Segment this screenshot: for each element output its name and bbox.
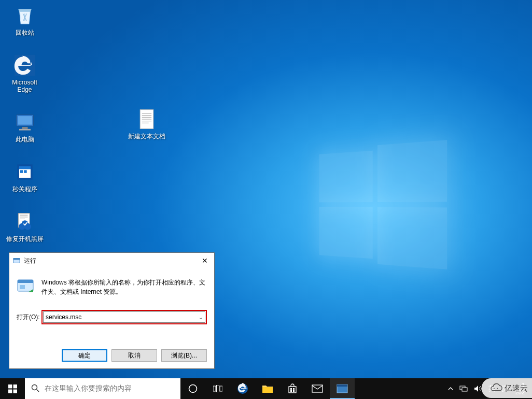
desktop-icon-fix[interactable]: 修复开机黑屏 bbox=[5, 209, 44, 243]
task-view-button[interactable] bbox=[205, 378, 230, 399]
watermark-text: 亿速云 bbox=[505, 383, 528, 393]
run-app-icon bbox=[12, 256, 21, 265]
icon-label: 秒关程序 bbox=[5, 186, 44, 193]
svg-rect-36 bbox=[312, 385, 323, 392]
edge-icon bbox=[12, 53, 37, 78]
cortana-button[interactable] bbox=[180, 378, 205, 399]
open-value: services.msc bbox=[46, 314, 81, 321]
svg-line-25 bbox=[37, 389, 39, 392]
svg-rect-16 bbox=[13, 259, 20, 260]
tray-network[interactable] bbox=[456, 378, 471, 399]
taskbar: 在这里输入你要搜索的内容 英 拼 1 202 bbox=[0, 378, 532, 399]
text-document-icon bbox=[134, 107, 159, 132]
run-dialog-buttons: 确定 取消 浏览(B)... bbox=[9, 349, 214, 362]
icon-label: Microsoft Edge bbox=[5, 79, 44, 93]
desktop-icon-edge[interactable]: Microsoft Edge bbox=[5, 53, 44, 93]
watermark-badge: 亿速云 bbox=[482, 378, 532, 398]
svg-rect-40 bbox=[462, 388, 467, 391]
cortana-icon bbox=[188, 384, 198, 393]
svg-rect-9 bbox=[24, 170, 27, 173]
svg-rect-38 bbox=[337, 384, 347, 387]
svg-point-42 bbox=[497, 388, 498, 389]
svg-rect-22 bbox=[8, 389, 12, 393]
edge-icon bbox=[236, 382, 249, 395]
volume-icon bbox=[474, 385, 482, 392]
open-label: 打开(O): bbox=[17, 313, 41, 322]
fix-icon bbox=[12, 209, 37, 234]
svg-rect-27 bbox=[213, 386, 216, 391]
taskbar-search[interactable]: 在这里输入你要搜索的内容 bbox=[25, 378, 180, 399]
chevron-up-icon bbox=[448, 386, 453, 391]
run-dialog: 运行 ✕ Windows 将根据你所输入的名称，为你打开相应的程序、文件夹、文档… bbox=[9, 252, 215, 369]
run-dialog-titlebar[interactable]: 运行 ✕ bbox=[9, 253, 214, 268]
open-field-highlight: services.msc ⌄ bbox=[41, 310, 207, 324]
taskbar-store[interactable] bbox=[280, 378, 305, 399]
svg-rect-34 bbox=[290, 390, 292, 392]
mail-icon bbox=[312, 384, 323, 393]
svg-point-41 bbox=[494, 388, 495, 389]
chevron-down-icon[interactable]: ⌄ bbox=[199, 315, 203, 320]
svg-rect-31 bbox=[262, 387, 273, 393]
svg-rect-8 bbox=[20, 170, 23, 173]
tool-icon bbox=[12, 160, 37, 184]
browse-button[interactable]: 浏览(B)... bbox=[161, 349, 207, 362]
run-title-text: 运行 bbox=[24, 256, 195, 265]
svg-rect-35 bbox=[293, 390, 295, 392]
svg-rect-28 bbox=[217, 385, 219, 392]
desktop-icon-tool[interactable]: 秒关程序 bbox=[5, 160, 44, 193]
task-view-icon bbox=[213, 385, 222, 392]
open-combobox[interactable]: services.msc ⌄ bbox=[43, 311, 205, 323]
desktop-icon-this-pc[interactable]: 此电脑 bbox=[5, 110, 44, 143]
desktop-icon-recycle-bin[interactable]: 回收站 bbox=[5, 3, 44, 36]
svg-rect-18 bbox=[18, 280, 33, 283]
svg-rect-33 bbox=[293, 388, 295, 390]
svg-rect-3 bbox=[22, 127, 27, 129]
windows-logo-wallpaper bbox=[319, 140, 449, 269]
window-icon bbox=[337, 384, 348, 393]
svg-rect-32 bbox=[290, 388, 292, 390]
run-description: Windows 将根据你所输入的名称，为你打开相应的程序、文件夹、文档或 Int… bbox=[41, 277, 207, 296]
start-button[interactable] bbox=[0, 378, 25, 399]
run-dialog-body: Windows 将根据你所输入的名称，为你打开相应的程序、文件夹、文档或 Int… bbox=[9, 268, 214, 324]
svg-rect-2 bbox=[18, 116, 32, 125]
svg-rect-29 bbox=[220, 386, 222, 391]
search-icon bbox=[31, 384, 39, 394]
cloud-icon bbox=[489, 383, 502, 393]
svg-point-26 bbox=[189, 385, 197, 393]
taskbar-running-app[interactable] bbox=[330, 378, 355, 399]
network-icon bbox=[459, 385, 468, 392]
svg-rect-21 bbox=[13, 384, 17, 388]
svg-rect-4 bbox=[19, 129, 31, 131]
desktop-icon-textdoc[interactable]: 新建文本文档 bbox=[123, 107, 170, 140]
run-body-icon bbox=[17, 277, 36, 296]
icon-label: 修复开机黑屏 bbox=[5, 235, 44, 243]
tray-chevron-up[interactable] bbox=[445, 378, 456, 399]
svg-rect-23 bbox=[13, 389, 17, 393]
svg-rect-19 bbox=[20, 285, 25, 289]
cancel-button[interactable]: 取消 bbox=[111, 349, 157, 362]
taskbar-edge[interactable] bbox=[230, 378, 255, 399]
store-icon bbox=[287, 383, 298, 394]
close-button[interactable]: ✕ bbox=[195, 253, 214, 268]
svg-rect-7 bbox=[19, 166, 31, 169]
folder-icon bbox=[262, 383, 273, 394]
search-placeholder: 在这里输入你要搜索的内容 bbox=[45, 384, 132, 393]
ok-button[interactable]: 确定 bbox=[62, 349, 107, 362]
taskbar-mail[interactable] bbox=[305, 378, 330, 399]
icon-label: 回收站 bbox=[5, 29, 44, 36]
svg-rect-20 bbox=[8, 384, 12, 388]
recycle-bin-icon bbox=[12, 3, 37, 28]
icon-label: 新建文本文档 bbox=[123, 133, 170, 140]
svg-point-24 bbox=[32, 384, 37, 390]
computer-icon bbox=[12, 110, 37, 135]
svg-point-13 bbox=[21, 220, 28, 227]
taskbar-explorer[interactable] bbox=[255, 378, 280, 399]
icon-label: 此电脑 bbox=[5, 136, 44, 143]
windows-start-icon bbox=[8, 384, 17, 393]
